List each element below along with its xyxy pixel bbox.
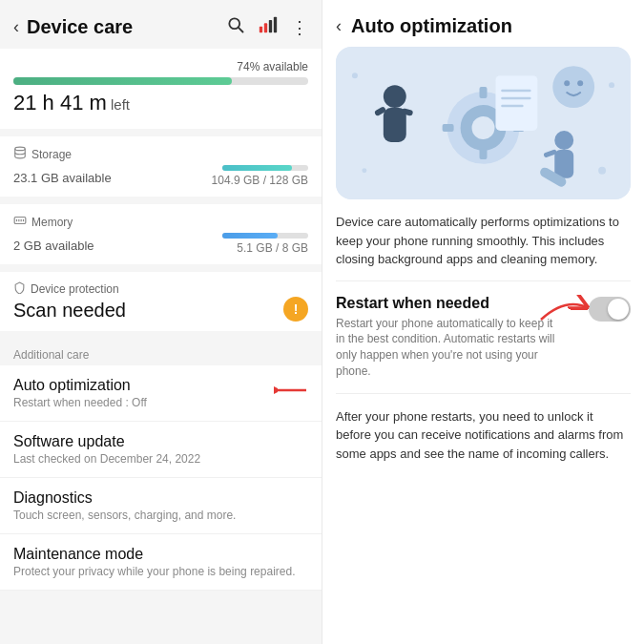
header-icons: ⋮ (226, 15, 308, 39)
storage-value: 23.1 GB available (13, 165, 112, 187)
red-arrow-left-icon (274, 381, 308, 405)
auto-opt-description: Device care automatically performs optim… (322, 213, 644, 280)
svg-rect-22 (480, 148, 488, 159)
maintenance-title: Maintenance mode (13, 546, 143, 562)
svg-point-32 (384, 85, 406, 108)
toggle-section: Restart when needed Restart your phone a… (322, 281, 644, 393)
auto-opt-illustration (336, 47, 631, 199)
battery-section: 74% available 21 h 41 m left (0, 49, 322, 129)
storage-section: Storage 23.1 GB available 104.9 GB / 128… (0, 136, 322, 197)
software-update-sub: Last checked on December 24, 2022 (13, 452, 308, 466)
memory-value: 2 GB available (13, 233, 94, 255)
svg-point-20 (472, 116, 495, 139)
toggle-knob (608, 299, 629, 320)
maintenance-sub: Protect your privacy while your phone is… (13, 565, 308, 578)
software-update-title: Software update (13, 433, 125, 449)
svg-point-31 (577, 80, 583, 86)
memory-label: Memory (13, 214, 308, 230)
restart-toggle[interactable] (589, 297, 631, 322)
signal-icon (259, 16, 278, 38)
battery-time: 21 h 41 m left (13, 91, 130, 114)
list-item-maintenance[interactable]: Maintenance mode Protect your privacy wh… (0, 534, 322, 591)
svg-rect-25 (495, 75, 537, 131)
toggle-sub: Restart your phone automatically to keep… (336, 316, 565, 380)
additional-care-list: Auto optimization Restart when needed : … (0, 365, 322, 591)
protection-row: Scan needed ! (13, 297, 308, 322)
svg-point-36 (554, 131, 573, 150)
svg-rect-23 (443, 124, 454, 132)
svg-line-1 (239, 28, 243, 32)
storage-label: Storage (13, 146, 308, 162)
svg-rect-37 (554, 150, 573, 178)
warning-icon: ! (283, 297, 308, 322)
storage-fill (222, 165, 292, 171)
diagnostics-title: Diagnostics (13, 489, 93, 506)
storage-inner: 23.1 GB available 104.9 GB / 128 GB (13, 165, 308, 187)
right-header: ‹ Auto optimization (322, 0, 644, 47)
memory-icon (13, 214, 27, 230)
list-item-diagnostics[interactable]: Diagnostics Touch screen, sensors, charg… (0, 478, 322, 534)
list-item-software-update[interactable]: Software update Last checked on December… (0, 422, 322, 478)
memory-bar (222, 233, 308, 239)
memory-inner: 2 GB available 5.1 GB / 8 GB (13, 233, 308, 255)
svg-point-17 (362, 168, 366, 173)
memory-sub: 5.1 GB / 8 GB (237, 241, 308, 255)
shield-icon (13, 281, 26, 297)
storage-icon (13, 146, 27, 162)
right-page-title: Auto optimization (351, 15, 512, 37)
header-left: ‹ Device care (13, 16, 133, 38)
left-panel: ‹ Device care ⋮ 74% available (0, 0, 322, 644)
storage-bar (222, 165, 308, 171)
svg-point-15 (609, 82, 614, 88)
list-item-auto-optimization[interactable]: Auto optimization Restart when needed : … (0, 365, 322, 422)
page-title: Device care (27, 16, 133, 38)
svg-point-6 (15, 147, 26, 151)
memory-bar-container: 5.1 GB / 8 GB (222, 233, 308, 255)
search-icon[interactable] (226, 15, 245, 39)
diagnostics-sub: Touch screen, sensors, charging, and mor… (13, 509, 308, 522)
protection-value: Scan needed (13, 300, 126, 322)
additional-care-header: Additional care (0, 339, 322, 365)
right-back-button[interactable]: ‹ (336, 16, 342, 36)
right-panel: ‹ Auto optimization (322, 0, 644, 644)
protection-label: Device protection (13, 281, 308, 297)
red-arrow-right-icon (537, 295, 594, 323)
svg-rect-3 (264, 23, 267, 32)
protection-section: Device protection Scan needed ! (0, 272, 322, 331)
memory-section: Memory 2 GB available 5.1 GB / 8 GB (0, 204, 322, 264)
red-arrow-right-container (537, 295, 594, 327)
svg-rect-5 (274, 17, 277, 33)
svg-point-29 (552, 66, 594, 108)
toggle-title: Restart when needed (336, 295, 565, 312)
bottom-description: After your phone restarts, you need to u… (322, 394, 644, 464)
toggle-text: Restart when needed Restart your phone a… (336, 295, 565, 380)
more-icon[interactable]: ⋮ (291, 17, 308, 38)
auto-opt-title: Auto optimization (13, 377, 131, 393)
left-header: ‹ Device care ⋮ (0, 0, 322, 49)
battery-pct: 74% available (237, 60, 308, 73)
battery-bar-bg (13, 77, 308, 85)
svg-point-30 (564, 80, 570, 86)
storage-sub: 104.9 GB / 128 GB (212, 174, 308, 187)
battery-bar-fill (13, 77, 232, 85)
memory-fill (222, 233, 278, 239)
storage-bar-container: 104.9 GB / 128 GB (212, 165, 308, 187)
svg-rect-2 (260, 27, 262, 33)
svg-rect-21 (480, 87, 488, 98)
back-button[interactable]: ‹ (13, 17, 19, 37)
svg-point-14 (352, 73, 358, 78)
svg-rect-4 (269, 20, 272, 32)
svg-point-16 (598, 167, 606, 175)
auto-opt-sub: Restart when needed : Off (13, 396, 308, 409)
